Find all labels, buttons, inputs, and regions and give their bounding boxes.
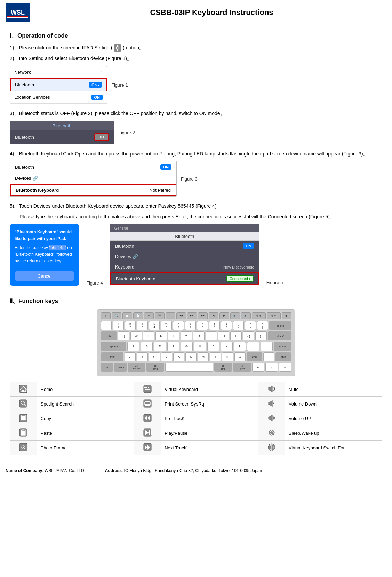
key-lshift: shift — [101, 352, 123, 361]
bt3-toggle: ON — [160, 164, 172, 170]
bluetooth-toggle: On › — [89, 82, 102, 88]
svg-rect-12 — [22, 390, 24, 392]
key-a: A — [127, 342, 139, 351]
key-g: G — [181, 342, 193, 351]
key-comma: <, — [210, 352, 221, 361]
key-0: )0 — [221, 321, 232, 330]
key-u: U — [193, 331, 205, 340]
fig4-cancel-button[interactable]: Cancel — [15, 271, 74, 281]
bt3-keyboard-label: Bluetooth Keyboard — [16, 187, 59, 193]
passkey-highlight: "565445" — [49, 245, 66, 250]
svg-text:WSL: WSL — [11, 9, 25, 16]
section2-title: Ⅱ、Function keys — [10, 297, 382, 305]
svg-rect-16 — [148, 387, 149, 388]
fkey-vkbdsw-label: Virtual Keyboard Switch Font — [285, 441, 382, 455]
bt2-toggle: OFF — [94, 133, 109, 141]
bt3-devices-label: Devices 🔗 — [15, 176, 38, 181]
fn-vkbd-key: ⌨ — [155, 312, 165, 319]
fig5-connected-badge: Connected › — [226, 275, 254, 282]
key-i: I — [206, 331, 217, 340]
function-key-table: Home Virtual Keyboard — [10, 382, 382, 455]
key-v: V — [161, 352, 172, 361]
fn-fwd-key: ▶ — [219, 312, 229, 319]
key-ctrl: control — [114, 363, 127, 372]
figure2-image: Bluetooth Bluetooth OFF — [10, 121, 114, 144]
key-b: B — [173, 352, 184, 361]
fig5-row-toggle: Bluetooth ON — [110, 241, 259, 251]
key-k: K — [221, 342, 233, 351]
key-j: J — [207, 342, 219, 351]
key-o: O — [218, 331, 230, 340]
sleep-wake-icon — [267, 428, 276, 437]
fig5-row-devices: Devices 🔗 — [110, 251, 259, 262]
key-up-arrow: ↑ — [263, 352, 274, 361]
figure3-image: Bluetooth ON Devices 🔗 Bluetooth Keyboar… — [10, 161, 177, 197]
fn-paste-key: 📄 — [133, 312, 143, 319]
step4: 4)、Bluetooth Keyboard Click Open and the… — [10, 150, 382, 158]
page-header: WSL CSBB-03IP Keyboard Instructions — [0, 0, 392, 25]
fn-voldn-key: 🔈 — [241, 312, 251, 319]
fn-copy-key: 📋 — [122, 312, 132, 319]
figure1-image: Network › Bluetooth On › Location Servic… — [10, 66, 107, 104]
figure2-header: Bluetooth — [10, 121, 114, 130]
step5-cont: Please type the keyboard according to th… — [19, 213, 382, 221]
svg-rect-3 — [7, 17, 28, 18]
fig5-bt-label: Bluetooth — [115, 243, 134, 249]
fn-power-key: ⏻ — [282, 312, 291, 319]
home-icon — [19, 385, 27, 393]
key-slash: ?/ — [234, 352, 246, 361]
svg-marker-35 — [269, 415, 272, 421]
zxcv-row: shift Z X C V B N M <, >. ?/ end ↑ shift — [101, 352, 291, 361]
fkey-home-label: Home — [37, 382, 134, 397]
fkey-play-label: Play/Pause — [161, 426, 258, 441]
fn-pgup-key: pg up — [252, 312, 266, 319]
key-tab: tab — [101, 331, 117, 340]
section1-title: Ⅰ、Operation of code — [10, 32, 382, 40]
key-t: T — [168, 331, 179, 340]
key-h: H — [194, 342, 206, 351]
fkey-sleep-label: Sleep/Wake up — [285, 426, 382, 441]
fkey-row-5: Photo Frame Next TracK Vir — [10, 441, 382, 455]
figure3-container: Bluetooth ON Devices 🔗 Bluetooth Keyboar… — [10, 161, 382, 197]
svg-rect-17 — [145, 389, 150, 390]
fkey-search-icon-cell — [10, 397, 37, 411]
fkey-row-1: Home Virtual Keyboard — [10, 382, 382, 397]
key-home: home — [274, 342, 291, 351]
figure2-label: Figure 2 — [118, 130, 135, 135]
svg-rect-27 — [145, 404, 150, 406]
fkey-next-label: Next TracK — [161, 441, 258, 455]
main-content: Ⅰ、Operation of code 1)、Please click on t… — [0, 25, 392, 462]
settings-icon — [114, 44, 121, 52]
fkey-vkbd-label: Virtual Keyboard — [161, 382, 258, 397]
svg-marker-28 — [269, 400, 272, 407]
section-divider — [10, 291, 382, 291]
fkey-sleep-icon-cell — [258, 426, 285, 441]
key-period: >. — [222, 352, 233, 361]
key-d: D — [154, 342, 166, 351]
key-fn: fn — [101, 363, 113, 372]
key-r: R — [155, 331, 167, 340]
key-1: !1 — [113, 321, 124, 330]
fig5-keyboard-label: Keyboard — [115, 264, 135, 270]
fig4-body: Enter the passkey "565445" on "Bluetooth… — [15, 245, 74, 265]
photo-frame-icon — [19, 443, 27, 451]
fn-search-key: 🔍 — [112, 312, 121, 319]
play-pause-icon — [143, 428, 152, 437]
bluetooth-label: Bluetooth — [15, 82, 34, 87]
fn-home-key: ⌂ — [101, 312, 111, 319]
fkey-home-icon-cell — [10, 382, 37, 397]
qwerty-row: tab Q W E R T Y U I O P { [ } ] enter ↵ — [101, 331, 291, 340]
fkey-mute-label: Mute — [285, 382, 382, 397]
key-semicolon: : ; — [247, 342, 259, 351]
key-lcmd: ⌘cmd — [146, 363, 164, 372]
fkey-voldn-label: Volume Down — [285, 397, 382, 411]
key-5: %5 — [161, 321, 172, 330]
svg-rect-41 — [149, 430, 150, 435]
key-down-arrow: ↓ — [265, 363, 278, 372]
key-end: end — [247, 352, 262, 361]
key-p: P — [230, 331, 242, 340]
fkey-volup-label: Volume UP — [285, 411, 382, 426]
key-2: @2 — [125, 321, 136, 330]
key-rcmd: ⌘cmd — [214, 363, 232, 372]
figure2-container: Bluetooth Bluetooth OFF Figure 2 — [10, 121, 382, 144]
